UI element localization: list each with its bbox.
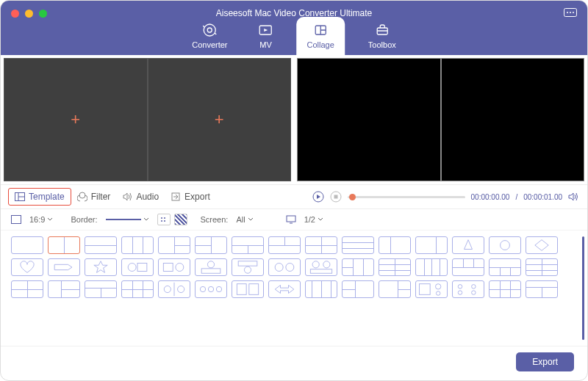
template-item[interactable] <box>121 236 154 254</box>
export-icon <box>171 192 181 202</box>
template-item[interactable] <box>158 236 190 254</box>
svg-point-32 <box>176 264 184 272</box>
tab-collage[interactable]: Collage <box>297 17 345 55</box>
template-item[interactable] <box>158 280 190 298</box>
template-item[interactable] <box>379 258 411 276</box>
template-item[interactable] <box>232 236 264 254</box>
add-icon: + <box>215 110 224 129</box>
template-item[interactable] <box>232 280 264 298</box>
template-item[interactable] <box>415 280 448 298</box>
svg-point-56 <box>472 291 476 295</box>
template-item[interactable] <box>452 280 484 298</box>
template-item[interactable] <box>452 236 484 254</box>
svg-rect-31 <box>163 264 173 272</box>
tab-toolbox[interactable]: Toolbox <box>361 18 404 55</box>
stop-button[interactable] <box>330 191 342 203</box>
template-item[interactable] <box>121 280 154 298</box>
svg-point-36 <box>244 266 251 273</box>
template-item[interactable] <box>195 236 227 254</box>
template-item[interactable] <box>11 258 43 276</box>
drop-cell-2[interactable]: + <box>148 58 292 181</box>
svg-point-20 <box>161 217 162 219</box>
template-item[interactable] <box>305 236 337 254</box>
close-button[interactable] <box>11 10 19 18</box>
border-label: Border: <box>71 215 97 224</box>
template-item[interactable] <box>415 236 448 254</box>
svg-point-5 <box>207 28 212 32</box>
chevron-down-icon <box>248 217 254 222</box>
svg-point-27 <box>501 241 510 250</box>
border-pattern-button[interactable] <box>174 214 187 225</box>
minimize-button[interactable] <box>25 10 33 18</box>
template-item[interactable] <box>526 280 558 298</box>
template-item[interactable] <box>305 280 337 298</box>
svg-point-2 <box>570 12 571 13</box>
export-button[interactable]: Export <box>516 352 574 371</box>
tab-audio[interactable]: Audio <box>116 189 165 205</box>
svg-rect-48 <box>237 284 246 295</box>
template-item[interactable] <box>232 258 264 276</box>
template-item[interactable] <box>48 280 80 298</box>
template-item[interactable] <box>452 258 484 276</box>
svg-point-22 <box>161 220 162 222</box>
tab-converter[interactable]: Converter <box>184 18 234 55</box>
playback-slider[interactable] <box>348 196 465 198</box>
template-item[interactable] <box>195 258 227 276</box>
tab-template[interactable]: Template <box>8 188 71 206</box>
tab-label: Filter <box>91 192 111 202</box>
template-item[interactable] <box>85 258 117 276</box>
template-grid <box>1 231 587 346</box>
template-item[interactable] <box>379 280 411 298</box>
tab-filter[interactable]: Filter <box>71 189 117 205</box>
page-select[interactable]: 1/2 <box>286 214 328 225</box>
nav-label: Collage <box>307 40 334 49</box>
tab-mv[interactable]: MV <box>251 18 281 55</box>
template-scrollbar[interactable] <box>582 236 584 340</box>
drop-cell-1[interactable]: + <box>4 58 148 181</box>
time-current: 00:00:00.00 <box>471 193 510 201</box>
aspect-ratio-select[interactable]: 16:9 <box>11 214 57 225</box>
nav-tabs: Converter MV Collage Toolbox <box>184 17 404 55</box>
template-item[interactable] <box>48 258 80 276</box>
template-item[interactable] <box>158 258 190 276</box>
template-item[interactable] <box>526 258 558 276</box>
feedback-icon[interactable] <box>564 8 577 21</box>
screen-select[interactable]: Screen: All <box>201 214 258 225</box>
template-item[interactable] <box>415 258 448 276</box>
volume-icon[interactable] <box>568 192 580 202</box>
template-item[interactable] <box>489 280 521 298</box>
border-color-button[interactable] <box>157 214 171 225</box>
tab-label: Template <box>29 192 65 202</box>
slider-knob[interactable] <box>349 194 356 200</box>
template-item[interactable] <box>489 236 521 254</box>
maximize-button[interactable] <box>39 10 47 18</box>
svg-point-1 <box>567 12 568 13</box>
template-item[interactable] <box>268 236 301 254</box>
template-item[interactable] <box>48 236 80 254</box>
template-item[interactable] <box>489 258 521 276</box>
template-item[interactable] <box>11 236 43 254</box>
template-item[interactable] <box>342 236 374 254</box>
preview-cell-2 <box>441 58 585 181</box>
svg-rect-34 <box>201 269 220 273</box>
template-item[interactable] <box>121 258 154 276</box>
titlebar: Aiseesoft Mac Video Converter Ultimate C… <box>1 1 587 55</box>
template-item[interactable] <box>268 280 301 298</box>
template-item[interactable] <box>195 280 227 298</box>
play-button[interactable] <box>312 191 324 203</box>
template-item[interactable] <box>342 280 374 298</box>
template-item[interactable] <box>85 280 117 298</box>
tab-export[interactable]: Export <box>165 189 216 205</box>
template-item[interactable] <box>268 258 301 276</box>
template-item[interactable] <box>305 258 337 276</box>
svg-rect-24 <box>287 216 295 222</box>
template-item[interactable] <box>11 280 43 298</box>
svg-rect-49 <box>249 284 259 295</box>
template-item[interactable] <box>526 236 558 254</box>
svg-point-52 <box>436 291 440 296</box>
template-item[interactable] <box>342 258 374 276</box>
template-item[interactable] <box>379 236 411 254</box>
template-item[interactable] <box>85 236 117 254</box>
border-style-select[interactable] <box>101 215 154 224</box>
chevron-down-icon <box>318 217 323 222</box>
